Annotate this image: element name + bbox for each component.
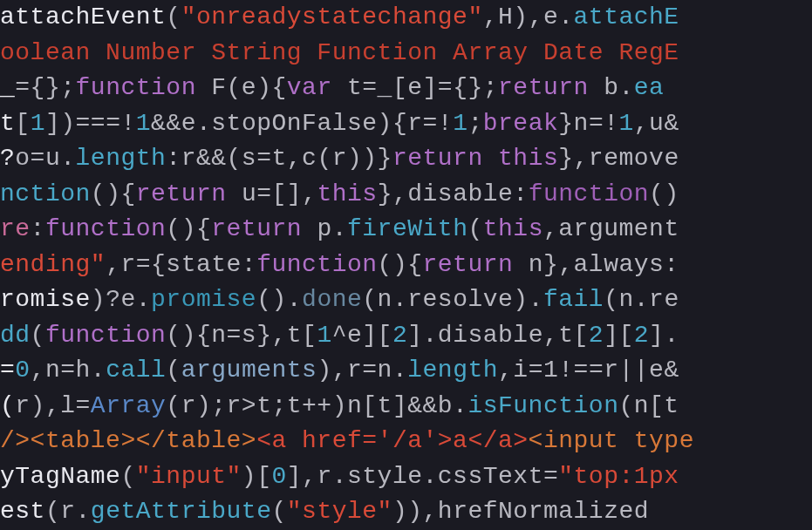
code-token: <input type: [529, 427, 694, 454]
code-token: t: [0, 110, 15, 137]
code-token: function: [529, 180, 649, 207]
code-token: length: [76, 145, 167, 172]
code-token: Array: [91, 392, 167, 419]
code-token: attachEvent: [0, 3, 166, 31]
code-token: ;: [467, 110, 482, 137]
code-token: function: [76, 74, 196, 101]
code-token: ].disable,t[: [407, 322, 589, 349]
code-token: /><table></table>: [0, 427, 256, 454]
code-token: (){: [378, 251, 423, 278]
code-token: ,i=1!==r||e&: [498, 357, 679, 384]
code-token: ])===!: [45, 110, 136, 137]
code-token: (n.re: [604, 286, 679, 313]
code-token: 2: [392, 322, 407, 349]
code-token: 2: [634, 322, 649, 349]
code-token: "input": [136, 463, 242, 490]
code-line: t[1])===!1&&e.stopOnFalse){r=!1;break}n=…: [0, 106, 812, 142]
code-token: romise: [0, 286, 91, 313]
code-token: ].: [649, 322, 679, 349]
code-token: )),hrefNormalized: [392, 498, 649, 525]
code-token: 1: [317, 322, 331, 349]
code-line: ending",r={state:function(){return n},al…: [0, 248, 812, 283]
code-line: est(r.getAttribute("style")),hrefNormali…: [0, 494, 812, 530]
code-token: oolean Number String Function Array Date…: [0, 39, 679, 66]
code-line: /><table></table><a href='/a'>a</a><inpu…: [0, 424, 812, 459]
code-token: function: [45, 215, 166, 242]
code-token: 0: [271, 463, 286, 490]
code-token: (){n=s},t[: [166, 322, 317, 349]
code-token: nction: [0, 180, 91, 207]
code-token: ][: [604, 322, 634, 349]
code-line: romise)?e.promise().done(n.resolve).fail…: [0, 282, 812, 318]
code-token: (r);r>t;t++)n[t]&&b.: [166, 392, 467, 419]
code-token: return: [392, 145, 483, 172]
code-line: re:function(){return p.fireWith(this,arg…: [0, 212, 812, 248]
code-token: (: [166, 3, 181, 31]
code-token: ,n=h.: [31, 357, 106, 384]
code-token: function: [45, 322, 166, 349]
code-token: "style": [287, 498, 392, 525]
code-token: getAttribute: [91, 498, 272, 525]
code-token: dd: [0, 322, 31, 349]
code-token: 1: [136, 110, 151, 137]
code-token: (r.: [45, 498, 91, 525]
code-token: break: [483, 110, 559, 137]
code-token: [483, 145, 498, 172]
code-token: isFunction: [467, 392, 618, 419]
code-token: (){: [166, 215, 211, 242]
code-line: nction(){return u=[],this},disable:funct…: [0, 177, 812, 213]
code-token: ,r={state:: [106, 251, 256, 278]
code-token: fireWith: [347, 215, 467, 242]
code-token: re: [0, 215, 31, 242]
code-token: F(e){: [196, 74, 287, 101]
code-token: est: [0, 498, 45, 525]
code-token: (: [467, 215, 482, 242]
code-token: &&e.stopOnFalse){r=!: [151, 110, 453, 137]
code-token: promise: [151, 286, 256, 313]
code-token: (): [649, 180, 679, 207]
code-token: ],r.style.cssText=: [287, 463, 558, 490]
code-token: ,u&: [634, 110, 679, 137]
code-token: b.: [589, 74, 634, 101]
code-line: oolean Number String Function Array Date…: [0, 36, 812, 71]
code-token: (n.resolve).: [362, 286, 543, 313]
code-line: _={};function F(e){var t=_[e]={};return …: [0, 71, 812, 106]
code-token: return: [136, 180, 227, 207]
code-token: ending": [0, 251, 106, 278]
code-line: =0,n=h.call(arguments),r=n.length,i=1!==…: [0, 353, 812, 389]
code-token: (n[t: [618, 392, 679, 419]
code-token: 1: [619, 110, 634, 137]
code-token: ,argument: [543, 215, 679, 242]
code-line: dd(function(){n=s},t[1^e][2].disable,t[2…: [0, 318, 812, 354]
code-token: (: [31, 322, 45, 349]
code-token: this: [483, 215, 543, 242]
code-token: function: [256, 251, 377, 278]
code-token: n},always:: [513, 251, 679, 278]
code-token: <a href='/a'>a</a>: [256, 427, 528, 454]
code-token: call: [106, 357, 166, 384]
code-token: o=u.: [15, 145, 75, 172]
code-token: }n=!: [558, 110, 618, 137]
code-block: attachEvent("onreadystatechange",H),e.at…: [0, 0, 812, 530]
code-token: },disable:: [378, 180, 529, 207]
code-token: ),r=n.: [317, 357, 407, 384]
code-token: (: [120, 463, 135, 490]
code-token: _: [0, 74, 15, 101]
code-token: ^e][: [332, 322, 392, 349]
code-line: ?o=u.length:r&&(s=t,c(r))}return this},r…: [0, 141, 812, 177]
code-token: return: [423, 251, 514, 278]
code-token: u=[],: [227, 180, 317, 207]
code-token: (: [166, 357, 181, 384]
code-token: ea: [634, 74, 665, 101]
code-token: "onreadystatechange": [181, 3, 483, 31]
code-token: var: [287, 74, 332, 101]
code-line: attachEvent("onreadystatechange",H),e.at…: [0, 0, 812, 36]
code-token: length: [407, 357, 498, 384]
code-line: yTagName("input")[0],r.style.cssText="to…: [0, 459, 812, 495]
code-token: :r&&(s=t,c(r))}: [166, 145, 392, 172]
code-token: return: [498, 74, 589, 101]
code-token: ,H),e.: [483, 3, 574, 31]
code-token: (: [0, 392, 15, 419]
code-token: (: [271, 498, 286, 525]
code-token: ={};: [15, 74, 75, 101]
